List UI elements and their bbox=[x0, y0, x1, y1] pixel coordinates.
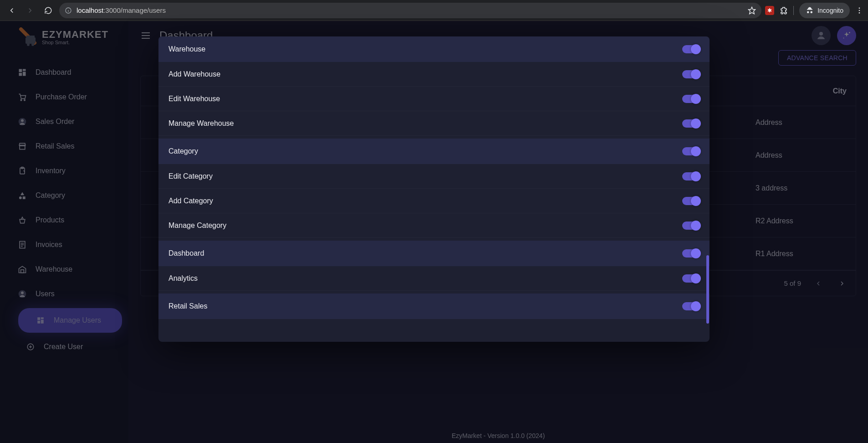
permission-toggle[interactable] bbox=[682, 95, 700, 103]
permission-group-header: Retail Sales bbox=[158, 294, 710, 319]
forward-button[interactable] bbox=[23, 3, 37, 18]
permission-toggle[interactable] bbox=[682, 249, 700, 258]
permission-toggle[interactable] bbox=[682, 45, 700, 53]
permission-row: Edit Category bbox=[158, 164, 710, 189]
browser-toolbar: localhost:3000/manage/users ✱ Incognito bbox=[0, 0, 868, 21]
url-text: localhost:3000/manage/users bbox=[77, 6, 166, 14]
svg-point-4 bbox=[859, 7, 860, 9]
permissions-dialog: WarehouseAdd WarehouseEdit WarehouseMana… bbox=[158, 36, 710, 342]
permission-label: Warehouse bbox=[168, 45, 205, 53]
bookmark-icon[interactable] bbox=[748, 6, 756, 15]
svg-marker-3 bbox=[749, 7, 756, 14]
scrollbar-thumb[interactable] bbox=[706, 255, 709, 324]
incognito-icon bbox=[806, 6, 814, 15]
permission-toggle[interactable] bbox=[682, 302, 700, 310]
incognito-label: Incognito bbox=[817, 7, 843, 14]
permission-label: Category bbox=[168, 147, 198, 155]
permission-toggle[interactable] bbox=[682, 172, 700, 180]
incognito-badge[interactable]: Incognito bbox=[799, 3, 850, 18]
permission-label: Retail Sales bbox=[168, 302, 207, 310]
permission-group-header: Category bbox=[158, 139, 710, 164]
extensions-icon[interactable] bbox=[780, 6, 788, 15]
svg-point-6 bbox=[859, 12, 860, 13]
permission-label: Dashboard bbox=[168, 249, 204, 258]
permission-label: Analytics bbox=[168, 274, 198, 283]
svg-point-5 bbox=[859, 10, 860, 11]
url-bar[interactable]: localhost:3000/manage/users bbox=[59, 3, 761, 18]
permission-row: Add Warehouse bbox=[158, 62, 710, 87]
permission-toggle[interactable] bbox=[682, 274, 700, 283]
permission-row: Add Category bbox=[158, 189, 710, 213]
permission-toggle[interactable] bbox=[682, 222, 700, 230]
permission-label: Manage Warehouse bbox=[168, 119, 234, 128]
permission-toggle[interactable] bbox=[682, 197, 700, 205]
info-icon bbox=[65, 7, 72, 14]
permission-label: Edit Warehouse bbox=[168, 95, 220, 103]
permission-row: Manage Category bbox=[158, 213, 710, 238]
permission-toggle[interactable] bbox=[682, 119, 700, 128]
permission-group-header: Warehouse bbox=[158, 36, 710, 62]
permission-label: Add Warehouse bbox=[168, 70, 220, 78]
browser-menu-icon[interactable] bbox=[855, 6, 863, 15]
permission-row: Analytics bbox=[158, 266, 710, 291]
extension-icon[interactable]: ✱ bbox=[765, 6, 774, 15]
permission-label: Add Category bbox=[168, 197, 213, 205]
permission-label: Manage Category bbox=[168, 222, 226, 230]
permission-row: Manage Warehouse bbox=[158, 111, 710, 136]
permission-toggle[interactable] bbox=[682, 147, 700, 155]
permission-group-header: Dashboard bbox=[158, 241, 710, 266]
back-button[interactable] bbox=[5, 3, 19, 18]
permissions-list[interactable]: WarehouseAdd WarehouseEdit WarehouseMana… bbox=[158, 36, 710, 342]
permission-toggle[interactable] bbox=[682, 70, 700, 78]
modal-overlay[interactable]: WarehouseAdd WarehouseEdit WarehouseMana… bbox=[0, 21, 868, 443]
permission-label: Edit Category bbox=[168, 172, 213, 180]
permission-row: Edit Warehouse bbox=[158, 87, 710, 111]
reload-button[interactable] bbox=[41, 3, 56, 18]
app-root: EZYMARKET Shop Smart. Dashboard Purchase… bbox=[0, 21, 868, 443]
